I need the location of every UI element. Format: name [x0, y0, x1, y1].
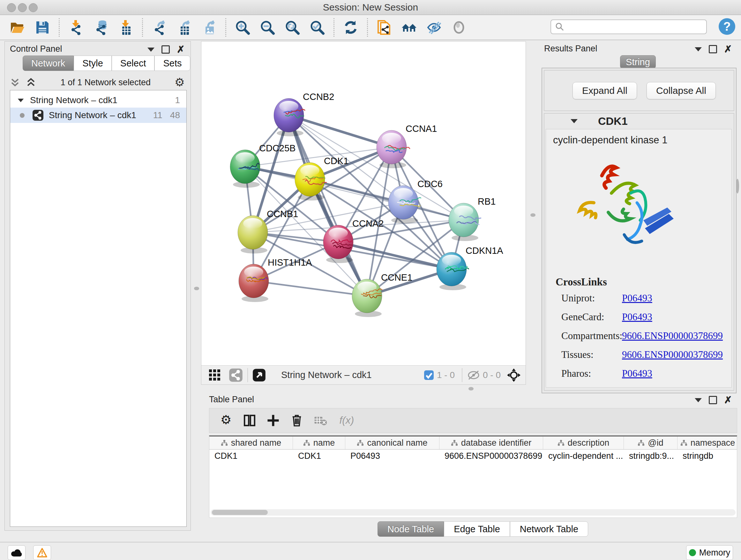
grid-view-icon[interactable]: [208, 368, 222, 382]
selected-checkbox-icon[interactable]: [423, 370, 434, 381]
table-hscrollbar-thumb[interactable]: [212, 510, 268, 515]
tab-network[interactable]: Network: [23, 56, 74, 71]
panel-menu-icon[interactable]: [147, 48, 154, 52]
right-splitter-handle[interactable]: [530, 213, 536, 217]
tab-node-table[interactable]: Node Table: [378, 521, 444, 537]
panel-menu-icon[interactable]: [695, 47, 702, 51]
table-cell[interactable]: CDK1: [293, 449, 345, 462]
table-cell[interactable]: cyclin-dependent ...: [543, 449, 624, 462]
delete-column-icon[interactable]: [290, 414, 304, 428]
gear-icon[interactable]: ⚙: [219, 414, 233, 428]
table-cell[interactable]: stringdb: [677, 449, 737, 462]
float-panel-icon[interactable]: [709, 396, 717, 404]
homes-icon[interactable]: [400, 18, 418, 37]
open-session-icon[interactable]: [8, 18, 27, 37]
close-panel-icon[interactable]: ✗: [724, 397, 732, 403]
function-builder-icon[interactable]: f(x): [337, 414, 358, 428]
export-image-icon[interactable]: [200, 18, 218, 37]
close-panel-icon[interactable]: ✗: [177, 46, 185, 53]
import-database-icon[interactable]: [91, 18, 110, 37]
export-network-icon[interactable]: [150, 18, 169, 37]
collapse-all-icon[interactable]: [9, 77, 21, 88]
float-panel-icon[interactable]: [709, 45, 717, 53]
zoom-out-icon[interactable]: [258, 18, 277, 37]
cloud-button[interactable]: [8, 545, 25, 560]
tab-style[interactable]: Style: [74, 56, 111, 71]
zoom-fit-icon[interactable]: [283, 18, 301, 37]
network-canvas[interactable]: CCNB2CCNA1CDC25BCDK1CDC6RB1CCNB1CCNA2CDK…: [201, 41, 526, 385]
external-view-icon[interactable]: [253, 368, 266, 382]
crosslink-label: GeneCard:: [556, 311, 622, 323]
help-button[interactable]: ?: [719, 18, 735, 35]
import-table-icon[interactable]: [117, 18, 135, 37]
hide-eye-icon[interactable]: [425, 18, 443, 37]
column-header-description[interactable]: description: [543, 436, 624, 449]
zoom-selected-icon[interactable]: [308, 18, 327, 37]
column-header-shared-name[interactable]: shared name: [209, 436, 293, 449]
column-header-@id[interactable]: @id: [624, 436, 677, 449]
panel-menu-icon[interactable]: [695, 398, 702, 402]
cdk1-entry-header[interactable]: CDK1: [544, 114, 734, 128]
show-eye-icon[interactable]: [450, 18, 468, 37]
expand-all-button[interactable]: Expand All: [572, 82, 637, 99]
expand-all-icon[interactable]: [25, 77, 37, 88]
float-panel-icon[interactable]: [161, 45, 170, 54]
minimize-window-button[interactable]: [18, 3, 27, 12]
table-cell[interactable]: 9606.ENSP00000378699: [440, 449, 543, 462]
refresh-icon[interactable]: [341, 18, 360, 37]
node-RB1[interactable]: RB1: [449, 196, 495, 241]
gear-icon[interactable]: ⚙: [175, 76, 185, 89]
network-edges: [245, 115, 464, 296]
tab-edge-table[interactable]: Edge Table: [444, 521, 510, 537]
table-hscrollbar[interactable]: [211, 509, 736, 516]
tab-string[interactable]: String: [620, 55, 656, 69]
bottom-splitter-handle[interactable]: [468, 387, 474, 390]
left-splitter-handle[interactable]: [194, 287, 199, 290]
node-CDC6[interactable]: CDC6: [388, 179, 443, 224]
crosslink-link[interactable]: P06493: [622, 368, 652, 379]
add-column-icon[interactable]: [266, 414, 280, 428]
column-header-namespace[interactable]: namespace: [677, 436, 737, 449]
network-graph[interactable]: CCNB2CCNA1CDC25BCDK1CDC6RB1CCNB1CCNA2CDK…: [201, 42, 526, 365]
column-header-database-identifier[interactable]: database identifier: [440, 436, 543, 449]
memory-button[interactable]: Memory: [686, 545, 733, 560]
search-input[interactable]: [568, 22, 706, 32]
share-view-icon[interactable]: [229, 368, 243, 382]
table-cell[interactable]: P06493: [345, 449, 440, 462]
collection-label: String Network – cdk1: [30, 95, 118, 105]
close-window-button[interactable]: [7, 3, 16, 12]
entry-collapse-icon[interactable]: [570, 119, 578, 123]
collection-expand-icon[interactable]: [18, 98, 24, 102]
column-header-canonical-name[interactable]: canonical name: [345, 436, 440, 449]
node-CCNE1[interactable]: CCNE1: [352, 272, 412, 317]
tab-select[interactable]: Select: [112, 56, 155, 71]
network-collection-row[interactable]: String Network – cdk1 1: [10, 93, 186, 108]
birdseye-icon[interactable]: [507, 368, 521, 382]
column-header-name[interactable]: name: [293, 436, 345, 449]
table-cell[interactable]: CDK1: [209, 449, 293, 462]
node-HIST1H1A[interactable]: HIST1H1A: [239, 257, 312, 302]
node-CDKN1A[interactable]: CDKN1A: [436, 246, 503, 290]
collapse-all-button[interactable]: Collapse All: [647, 82, 716, 99]
crosslink-link[interactable]: P06493: [622, 293, 652, 304]
warning-button[interactable]: [33, 545, 51, 560]
columns-icon[interactable]: [243, 414, 257, 428]
tab-network-table[interactable]: Network Table: [510, 521, 588, 537]
document-share-icon[interactable]: [375, 18, 394, 37]
table-row[interactable]: CDK1CDK1P064939606.ENSP00000378699cyclin…: [209, 449, 737, 462]
zoom-window-button[interactable]: [29, 3, 38, 12]
crosslink-link[interactable]: P06493: [622, 311, 652, 323]
crosslink-link[interactable]: 9606.ENSP00000378699: [622, 330, 723, 341]
network-row-selected[interactable]: String Network – cdk1 11 48: [10, 108, 186, 123]
crosslink-link[interactable]: 9606.ENSP00000378699: [622, 349, 723, 361]
close-panel-icon[interactable]: ✗: [724, 46, 732, 52]
node-table[interactable]: shared namenamecanonical namedatabase id…: [209, 435, 737, 518]
search-field[interactable]: [550, 19, 707, 34]
zoom-in-icon[interactable]: [233, 18, 252, 37]
save-session-icon[interactable]: [33, 18, 52, 37]
import-network-icon[interactable]: [67, 18, 85, 37]
tab-sets[interactable]: Sets: [154, 56, 190, 71]
table-cell[interactable]: stringdb:9...: [624, 449, 677, 462]
delete-table-icon[interactable]: [313, 414, 327, 428]
export-table-icon[interactable]: [175, 18, 193, 37]
